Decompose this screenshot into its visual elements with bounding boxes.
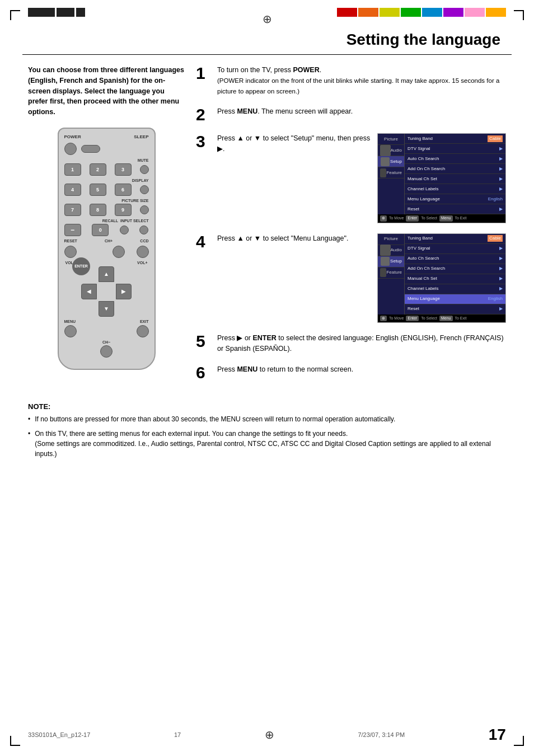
display-button[interactable]: [140, 185, 149, 194]
enter-button[interactable]: ENTER: [72, 257, 90, 275]
sleep-label: SLEEP: [134, 134, 148, 139]
menu-label-add-1: Add On Ch Search: [407, 166, 445, 172]
ccd-button[interactable]: [137, 246, 149, 258]
footer-label-exit: To Exit: [455, 215, 467, 222]
crosshair-top: ⊕: [263, 12, 272, 26]
reset-button[interactable]: [64, 246, 77, 258]
btn-5[interactable]: 5: [90, 184, 106, 196]
step-5: 5 Press ▶ or ENTER to select the desired…: [196, 333, 506, 354]
step-6-body: Press MENU to return to the normal scree…: [217, 364, 506, 375]
btn-2[interactable]: 2: [90, 163, 106, 176]
menu-val-manual-2: ▶: [499, 275, 503, 282]
display-label: DISPLAY: [64, 179, 149, 182]
step-2-body: Press MENU. The menu screen will appear.: [217, 106, 506, 117]
dpad-right-button[interactable]: ▶: [116, 284, 132, 299]
step-4-row: Press ▲ or ▼ to select "Menu Language". …: [217, 233, 506, 323]
color-bar-pink: [465, 8, 485, 17]
step-1-text: To turn on the TV, press POWER. (POWER i…: [217, 65, 506, 96]
remote-top-bar: POWER SLEEP: [64, 134, 149, 139]
menu-right-1: Tuning Band Cable DTV Signal ▶ Auto Ch S…: [405, 134, 505, 214]
btn-6[interactable]: 6: [115, 184, 132, 196]
btn-dash[interactable]: −: [64, 224, 81, 236]
chplus-label: CH+: [105, 239, 113, 243]
reset-chplus-ccd-row: RESET CH+ CCD: [64, 239, 149, 243]
btn-7[interactable]: 7: [64, 204, 81, 216]
input-select-button[interactable]: [139, 226, 148, 234]
btn-1[interactable]: 1: [64, 163, 81, 176]
menu-screen-2-inner: Picture Audio Setup: [378, 234, 505, 323]
btn-8[interactable]: 8: [90, 204, 106, 216]
menu-val-tuning-2: Cable: [488, 235, 503, 242]
power-button[interactable]: [64, 143, 77, 155]
menu-label-channel-1: Channel Labels: [407, 186, 439, 192]
menu-button[interactable]: [64, 325, 77, 337]
menu-val-add-1: ▶: [499, 166, 503, 172]
menu-right-2: Tuning Band Cable DTV Signal ▶ Auto Ch S…: [405, 234, 505, 314]
menu-label-reset-1: Reset: [407, 206, 419, 213]
mute-button[interactable]: [140, 165, 149, 174]
content-area: You can choose from three different lang…: [0, 55, 534, 391]
menu-label-add-2: Add On Ch Search: [407, 265, 445, 272]
page-number: 17: [489, 726, 506, 744]
corner-mark-tr: [514, 10, 524, 20]
btn-0[interactable]: 0: [92, 224, 109, 236]
menu-screen-1: Picture Audio Setup: [377, 133, 506, 223]
sleep-button[interactable]: [81, 145, 100, 153]
footer2-label-exit: To Exit: [455, 316, 467, 322]
menu-row-channel-1: Channel Labels ▶: [405, 184, 505, 194]
menu-row-auto-2: Auto Ch Search ▶: [405, 254, 505, 264]
menu-val-channel-2: ▶: [499, 285, 503, 292]
exit-button[interactable]: [137, 325, 149, 337]
btn-9[interactable]: 9: [115, 204, 132, 216]
dpad-down-button[interactable]: ▼: [99, 301, 114, 317]
menu-row-manual-2: Manual Ch Set ▶: [405, 274, 505, 284]
footer-key-menu: Menu: [439, 215, 453, 222]
menu-row-tuning-1: Tuning Band Cable: [405, 134, 505, 144]
row-1-2-3-mute: 1 2 3: [64, 163, 149, 176]
recall-button[interactable]: [120, 226, 129, 234]
crosshair-bottom: ⊕: [265, 728, 274, 741]
dpad-left-button[interactable]: ◀: [81, 284, 97, 299]
remote-power-sleep-row: [64, 143, 149, 155]
menu-exit-btns: [64, 325, 149, 337]
menu-label-manual-1: Manual Ch Set: [407, 176, 437, 182]
step-3-number: 3: [196, 133, 213, 150]
step-3: 3 Press ▲ or ▼ to select "Setup" menu, t…: [196, 133, 506, 223]
cat-audio-1: Audio: [378, 145, 404, 156]
menu-val-lang-1: English: [488, 196, 503, 203]
note-text-2: On this TV, there are setting menus for …: [35, 429, 506, 459]
menu-label-dtv-2: DTV Signal: [407, 245, 430, 252]
exit-label: EXIT: [140, 320, 149, 323]
menu-val-manual-1: ▶: [499, 176, 503, 182]
step-1: 1 To turn on the TV, press POWER. (POWER…: [196, 65, 506, 96]
step-4-text: Press ▲ or ▼ to select "Menu Language".: [217, 233, 372, 244]
corner-mark-tl: [10, 10, 20, 20]
color-bar-green: [401, 8, 421, 17]
step-6: 6 Press MENU to return to the normal scr…: [196, 364, 506, 381]
btn-3[interactable]: 3: [115, 163, 132, 176]
spacer2: [88, 325, 101, 337]
menu-val-dtv-2: ▶: [499, 245, 503, 252]
remote-wrapper: POWER SLEEP MUTE 1 2 3 DISPLAY: [28, 128, 185, 370]
menu-row-dtv-2: DTV Signal ▶: [405, 244, 505, 254]
reset-chplus-ccd-btns: [64, 246, 149, 258]
header-bar-2: [57, 8, 74, 17]
left-column: You can choose from three different lang…: [28, 65, 185, 391]
menu-row-manual-1: Manual Ch Set ▶: [405, 174, 505, 184]
menu-row-lang-1: Menu Language English: [405, 194, 505, 204]
menu-row-add-1: Add On Ch Search ▶: [405, 164, 505, 174]
ch-minus-button[interactable]: [100, 345, 113, 358]
note-item-2: • On this TV, there are setting menus fo…: [28, 429, 506, 459]
step-4-number: 4: [196, 233, 213, 250]
cat-audio-2: Audio: [378, 245, 404, 256]
color-bar-red: [337, 8, 357, 17]
footer2-label-move: To Move: [389, 316, 404, 322]
input-select-label: INPUT SELECT: [120, 219, 149, 223]
menu-label-tuning-2: Tuning Band: [407, 235, 433, 242]
menu-screen-1-inner: Picture Audio Setup: [378, 134, 505, 223]
btn-4[interactable]: 4: [64, 184, 81, 196]
picture-size-button[interactable]: [140, 205, 149, 214]
menu-sidebar-2: Picture Audio Setup: [378, 234, 505, 314]
dpad-up-button[interactable]: ▲: [99, 266, 114, 282]
ch-plus-button[interactable]: [113, 246, 125, 258]
